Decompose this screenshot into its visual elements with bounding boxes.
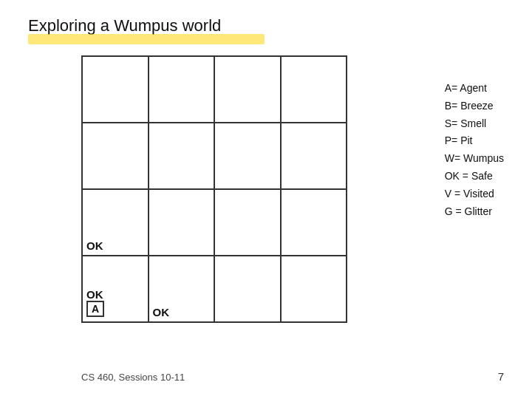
wumpus-grid: OKOKAOK <box>81 55 347 321</box>
legend-line: A= Agent <box>445 80 504 98</box>
grid-cell <box>214 256 280 322</box>
grid-cell <box>281 256 347 322</box>
legend-line: S= Smell <box>445 115 504 133</box>
page-number: 7 <box>498 370 504 383</box>
grid-cell: OK <box>82 189 149 256</box>
grid-cell <box>281 123 347 189</box>
agent-marker: A <box>86 301 104 317</box>
grid-cell <box>82 123 149 189</box>
legend-line: W= Wumpus <box>445 150 504 168</box>
legend-line: V = Visited <box>445 185 504 203</box>
legend-line: B= Breeze <box>445 98 504 115</box>
grid-cell <box>82 56 149 123</box>
grid-cell: OK <box>149 256 215 322</box>
footer-course: CS 460, Sessions 10-11 <box>81 372 185 383</box>
grid-cell <box>281 189 347 256</box>
grid-cell <box>214 123 280 189</box>
grid-cell: OKA <box>82 256 149 322</box>
grid-table: OKOKAOK <box>81 55 347 323</box>
grid-cell <box>214 189 280 256</box>
page-title: Exploring a Wumpus world <box>28 16 221 35</box>
legend-line: OK = Safe <box>445 168 504 185</box>
legend-line: G = Glitter <box>445 203 504 221</box>
grid-cell <box>149 189 215 256</box>
grid-cell <box>149 123 215 189</box>
legend-line: P= Pit <box>445 132 504 150</box>
grid-cell <box>214 56 280 123</box>
grid-cell <box>149 56 215 123</box>
grid-cell <box>281 56 347 123</box>
title-highlight <box>28 34 265 44</box>
legend-box: A= AgentB= BreezeS= SmellP= PitW= Wumpus… <box>445 80 504 220</box>
